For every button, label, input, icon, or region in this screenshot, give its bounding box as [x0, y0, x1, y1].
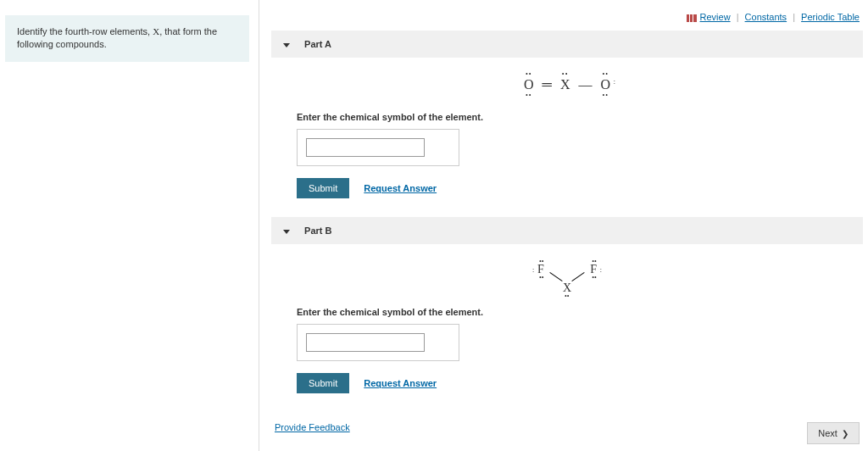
part-b-input-container [297, 324, 459, 361]
atom-x-center: X [560, 77, 570, 92]
prompt-variable: X [153, 26, 159, 36]
constants-link[interactable]: Constants [745, 12, 787, 22]
atom-o-right: O [600, 77, 610, 92]
review-link[interactable]: Review [700, 12, 731, 22]
part-b-body: •• : •• F •• : •• F •• X Enter [271, 244, 863, 412]
part-b-request-answer-link[interactable]: Request Answer [364, 378, 437, 388]
link-separator: | [737, 12, 739, 22]
top-links-bar: Review | Constants | Periodic Table [271, 0, 863, 31]
bond-right-icon [571, 272, 584, 281]
part-a-instruction: Enter the chemical symbol of the element… [297, 112, 837, 122]
next-button[interactable]: Next ❯ [807, 422, 860, 444]
question-prompt: Identify the fourth-row elements, X, tha… [5, 15, 249, 62]
periodic-table-link[interactable]: Periodic Table [801, 12, 860, 22]
part-a-answer-input[interactable] [306, 138, 425, 157]
bond-left-icon [549, 272, 562, 281]
chevron-right-icon: ❯ [842, 429, 849, 438]
part-a-submit-button[interactable]: Submit [297, 178, 349, 198]
part-b-submit-button[interactable]: Submit [297, 373, 349, 393]
part-a-request-answer-link[interactable]: Request Answer [364, 183, 437, 193]
single-bond-icon: — [578, 77, 592, 92]
part-a-header[interactable]: Part A [271, 31, 863, 58]
link-separator: | [793, 12, 795, 22]
collapse-icon [283, 230, 290, 234]
double-bond-icon: ═ [542, 77, 552, 92]
part-b-header[interactable]: Part B [271, 217, 863, 244]
provide-feedback-link[interactable]: Provide Feedback [275, 422, 350, 432]
part-b-instruction: Enter the chemical symbol of the element… [297, 307, 837, 317]
vertical-divider [259, 0, 259, 451]
part-a-lewis-structure: •• •• O ═ •• X — •• •• : O [297, 70, 837, 103]
collapse-icon [283, 43, 290, 47]
review-flag-icon [687, 14, 697, 22]
part-b-lewis-structure: •• : •• F •• : •• F •• X [297, 256, 837, 298]
part-b-title: Part B [304, 226, 331, 236]
part-b-answer-input[interactable] [306, 333, 425, 352]
part-a-body: •• •• O ═ •• X — •• •• : O Enter the che… [271, 58, 863, 217]
part-a-title: Part A [304, 39, 331, 49]
part-a-input-container [297, 129, 459, 166]
next-label: Next [818, 428, 837, 438]
atom-o-left: O [524, 77, 534, 92]
prompt-text-before: Identify the fourth-row elements, [17, 26, 153, 36]
